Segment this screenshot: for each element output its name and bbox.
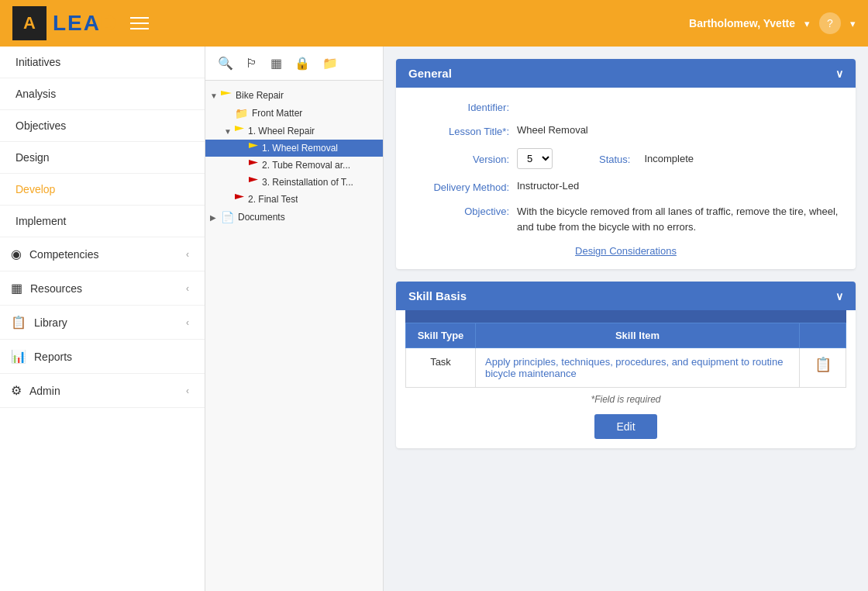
flag-red3-icon	[235, 194, 244, 205]
competencies-icon: ◉	[11, 247, 22, 261]
help-button[interactable]: ?	[819, 12, 841, 34]
header-left: LEAD	[12, 6, 149, 40]
tree-node-final-test[interactable]: 2. Final Test	[205, 191, 383, 208]
tree-search-button[interactable]: 🔍	[215, 54, 236, 72]
tree-folder-button[interactable]: 📁	[319, 54, 341, 72]
expander-front-matter	[224, 109, 235, 118]
skill-type-cell: Task	[406, 348, 476, 388]
objective-label: Objective:	[408, 204, 517, 217]
chevron-competencies: ‹	[186, 249, 189, 260]
tree-flag-button[interactable]: 🏳	[243, 55, 261, 72]
tree-label-tube-removal: 2. Tube Removal ar...	[262, 160, 350, 171]
tree-grid-button[interactable]: ▦	[267, 54, 285, 72]
skill-basis-title: Skill Basis	[408, 289, 467, 302]
sidebar-item-design[interactable]: Design	[0, 142, 205, 174]
version-status-row: Version: 5 Status: Incomplete	[408, 148, 843, 169]
tree-node-reinstallation[interactable]: 3. Reinstallation of T...	[205, 174, 383, 191]
sidebar-label-objectives: Objectives	[16, 119, 66, 132]
objective-row: Objective: With the bicycle removed from…	[408, 204, 843, 234]
sidebar-label-library: Library	[34, 316, 67, 329]
expander-tube-removal	[238, 161, 249, 170]
tree-lock-button[interactable]: 🔒	[291, 54, 313, 72]
sidebar-item-implement[interactable]: Implement	[0, 206, 205, 237]
expander-wheel-removal	[238, 144, 249, 153]
sidebar-label-analysis: Analysis	[16, 88, 56, 100]
header-right: Bartholomew, Yvette ▾ ? ▾	[689, 12, 856, 34]
general-card-body: Identifier: Lesson Title*: Wheel Removal…	[396, 88, 856, 269]
tree-label-bike-repair: Bike Repair	[236, 90, 284, 101]
tree-toolbar: 🔍 🏳 ▦ 🔒 📁	[205, 47, 383, 81]
logo-icon	[12, 6, 46, 40]
expander-final-test	[224, 195, 235, 204]
tree-label-wheel-repair: 1. Wheel Repair	[248, 126, 315, 137]
skill-item-header: Skill Item	[476, 323, 800, 348]
user-name: Bartholomew, Yvette	[689, 17, 795, 29]
design-considerations-link[interactable]: Design Considerations	[575, 245, 677, 257]
edit-button[interactable]: Edit	[594, 414, 656, 439]
chevron-admin: ‹	[186, 385, 189, 396]
sidebar-label-design: Design	[16, 151, 50, 164]
objective-value: With the bicycle removed from all lanes …	[517, 204, 843, 234]
sidebar-label-initiatives: Initiatives	[16, 56, 60, 68]
sidebar-item-analysis[interactable]: Analysis	[0, 78, 205, 110]
delivery-row: Delivery Method: Instructor-Led	[408, 180, 843, 193]
sidebar-item-library[interactable]: 📋 Library ‹	[0, 306, 205, 340]
skill-item-cell: Apply principles, techniques, procedures…	[476, 348, 800, 388]
skill-basis-card: Skill Basis ∨ Skill Type Skill Item	[396, 282, 856, 448]
required-note: *Field is required	[405, 394, 846, 405]
sidebar-label-competencies: Competencies	[29, 248, 99, 261]
tree-node-wheel-removal[interactable]: 1. Wheel Removal	[205, 140, 383, 157]
tree-node-wheel-repair[interactable]: ▼ 1. Wheel Repair	[205, 123, 383, 140]
flag-yellow2-icon	[235, 126, 244, 137]
skill-doc-icon: 📋	[815, 357, 832, 372]
tree-node-bike-repair[interactable]: ▼ Bike Repair	[205, 87, 383, 104]
skill-basis-header: Skill Basis ∨	[396, 282, 856, 310]
sidebar-item-reports[interactable]: 📊 Reports	[0, 340, 205, 374]
chevron-resources: ‹	[186, 283, 189, 294]
tree-label-final-test: 2. Final Test	[248, 194, 298, 205]
version-select[interactable]: 5	[517, 148, 553, 169]
status-label: Status:	[599, 152, 638, 165]
hamburger-menu[interactable]	[130, 17, 149, 29]
flag-yellow3-icon	[249, 143, 258, 154]
tree-node-tube-removal[interactable]: 2. Tube Removal ar...	[205, 157, 383, 174]
tree-label-documents: Documents	[238, 212, 285, 223]
admin-icon: ⚙	[11, 383, 22, 398]
sidebar-label-resources: Resources	[30, 282, 82, 295]
tree-node-front-matter[interactable]: 📁 Front Matter	[205, 104, 383, 123]
sidebar-item-resources[interactable]: ▦ Resources ‹	[0, 271, 205, 306]
sidebar-label-develop: Develop	[16, 183, 55, 195]
logo-text: LEAD	[53, 11, 118, 36]
tree-label-front-matter: Front Matter	[252, 108, 302, 119]
logo: LEAD	[12, 6, 118, 40]
lesson-title-value: Wheel Removal	[517, 124, 843, 136]
flag-red-icon	[249, 160, 258, 171]
folder-icon: 📁	[235, 107, 248, 119]
chevron-library: ‹	[186, 317, 189, 328]
flag-yellow-icon	[221, 91, 232, 100]
sidebar-item-objectives[interactable]: Objectives	[0, 110, 205, 142]
sidebar-item-competencies[interactable]: ◉ Competencies ‹	[0, 237, 205, 271]
lesson-title-row: Lesson Title*: Wheel Removal	[408, 124, 843, 137]
sidebar-label-admin: Admin	[29, 385, 60, 397]
sidebar-item-initiatives[interactable]: Initiatives	[0, 47, 205, 78]
skill-basis-collapse-button[interactable]: ∨	[835, 290, 843, 302]
tree-content: ▼ Bike Repair 📁 Front Matter ▼ 1. Wheel …	[205, 81, 383, 233]
identifier-label: Identifier:	[408, 100, 517, 113]
header-settings-icon[interactable]: ▾	[850, 18, 856, 29]
lesson-title-label: Lesson Title*:	[408, 124, 517, 137]
general-card: General ∨ Identifier: Lesson Title*: Whe…	[396, 59, 856, 269]
expander-wheel-repair: ▼	[224, 127, 235, 136]
sidebar-item-admin[interactable]: ⚙ Admin ‹	[0, 374, 205, 408]
tree-node-documents[interactable]: ▶ 📄 Documents	[205, 208, 383, 226]
identifier-row: Identifier:	[408, 100, 843, 113]
table-row: Task Apply principles, techniques, proce…	[406, 348, 846, 388]
sidebar-label-reports: Reports	[34, 351, 72, 363]
tree-label-wheel-removal: 1. Wheel Removal	[262, 143, 338, 154]
user-dropdown-icon[interactable]: ▾	[804, 18, 810, 29]
sidebar-item-develop[interactable]: Develop	[0, 174, 205, 206]
skill-action-cell[interactable]: 📋	[800, 348, 846, 388]
main-layout: Initiatives Analysis Objectives Design D…	[0, 47, 868, 591]
general-collapse-button[interactable]: ∨	[835, 67, 843, 80]
library-icon: 📋	[11, 315, 26, 330]
